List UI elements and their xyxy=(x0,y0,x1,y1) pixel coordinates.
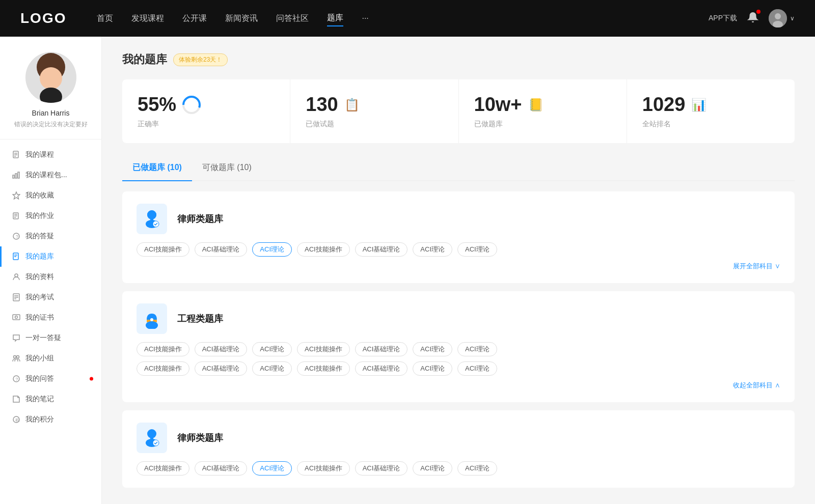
tag-1-r2-4[interactable]: ACI基础理论 xyxy=(355,361,408,376)
user-avatar-wrapper[interactable]: ∨ xyxy=(769,9,795,27)
tag-1-6[interactable]: ACI理论 xyxy=(457,342,497,356)
qbank-title-0: 律师类题库 xyxy=(177,213,223,225)
sidebar-item-my-course[interactable]: 我的课程 xyxy=(0,145,101,165)
tag-1-r2-2[interactable]: ACI理论 xyxy=(252,361,292,376)
nav-menu: 首页 发现课程 公开课 新闻资讯 问答社区 题库 ··· xyxy=(97,11,709,26)
question-icon: ? xyxy=(12,232,20,240)
stat-rank: 1029 📊 全站排名 xyxy=(627,79,795,143)
stat-label-rank: 全站排名 xyxy=(642,120,779,129)
file-icon xyxy=(12,151,20,159)
nav-courses[interactable]: 发现课程 xyxy=(131,11,164,26)
sidebar-item-my-qbank[interactable]: 我的题库 xyxy=(0,246,101,267)
svg-rect-13 xyxy=(18,172,19,178)
profile-name: Brian Harris xyxy=(32,109,70,117)
qbank-tags-1-row1: ACI技能操作 ACI基础理论 ACI理论 ACI技能操作 ACI基础理论 AC… xyxy=(137,342,780,356)
stat-banks-done: 10w+ 📒 已做题库 xyxy=(459,79,627,143)
logo: LOGO xyxy=(20,10,66,26)
sidebar-label-my-profile: 我的资料 xyxy=(25,272,54,282)
tab-available[interactable]: 可做题库 (10) xyxy=(192,157,262,180)
nav-qa[interactable]: 问答社区 xyxy=(276,11,309,26)
nav-news[interactable]: 新闻资讯 xyxy=(225,11,258,26)
tag-0-0[interactable]: ACI技能操作 xyxy=(137,242,189,257)
nav-home[interactable]: 首页 xyxy=(97,11,113,26)
sidebar-label-my-group: 我的小组 xyxy=(25,354,54,363)
sidebar-item-my-qa[interactable]: ? 我的答疑 xyxy=(0,226,101,246)
book-icon xyxy=(12,253,20,261)
stat-value-banks-done: 10w+ xyxy=(474,94,522,116)
tag-0-4[interactable]: ACI基础理论 xyxy=(355,242,408,257)
app-download-link[interactable]: APP下载 xyxy=(709,14,737,23)
sidebar-item-my-points[interactable]: 积 我的积分 xyxy=(0,409,101,430)
tag-2-3[interactable]: ACI技能操作 xyxy=(297,461,350,475)
sidebar-label-my-qa: 我的答疑 xyxy=(25,232,54,241)
svg-rect-11 xyxy=(13,175,14,178)
chat-icon xyxy=(12,334,20,342)
sidebar-label-my-package: 我的课程包... xyxy=(25,171,67,180)
sidebar-item-one-on-one[interactable]: 一对一答疑 xyxy=(0,328,101,348)
svg-marker-14 xyxy=(13,192,20,199)
stat-label-questions-done: 已做试题 xyxy=(306,120,443,129)
nav-open-course[interactable]: 公开课 xyxy=(182,11,207,26)
chart-icon xyxy=(12,171,20,179)
tag-1-r2-1[interactable]: ACI基础理论 xyxy=(195,361,248,376)
tag-1-r2-3[interactable]: ACI技能操作 xyxy=(297,361,350,376)
expand-link-0[interactable]: 展开全部科目 ∨ xyxy=(733,262,780,271)
tag-2-5[interactable]: ACI理论 xyxy=(413,461,452,475)
tag-0-3[interactable]: ACI技能操作 xyxy=(297,242,350,257)
tag-0-6[interactable]: ACI理论 xyxy=(457,242,497,257)
sidebar-label-my-homework: 我的作业 xyxy=(25,211,54,220)
tag-0-1[interactable]: ACI基础理论 xyxy=(195,242,248,257)
tag-1-2[interactable]: ACI理论 xyxy=(252,342,292,356)
tag-1-5[interactable]: ACI理论 xyxy=(413,342,452,356)
tag-2-1[interactable]: ACI基础理论 xyxy=(195,461,248,475)
sidebar-item-my-profile[interactable]: 我的资料 xyxy=(0,267,101,287)
tag-1-r2-6[interactable]: ACI理论 xyxy=(457,361,497,376)
qbank-tags-2: ACI技能操作 ACI基础理论 ACI理论 ACI技能操作 ACI基础理论 AC… xyxy=(137,461,780,475)
sidebar-item-my-group[interactable]: 我的小组 xyxy=(0,348,101,369)
nav-question-bank[interactable]: 题库 xyxy=(327,11,343,26)
sidebar-item-my-favorite[interactable]: 我的收藏 xyxy=(0,185,101,206)
qbank-icon-lawyer-2 xyxy=(137,423,167,453)
notification-bell[interactable] xyxy=(747,12,758,25)
sidebar-item-my-cert[interactable]: 我的证书 xyxy=(0,307,101,328)
sidebar-menu: 我的课程 我的课程包... 我的收藏 我的作业 xyxy=(0,145,101,430)
svg-rect-12 xyxy=(15,174,17,178)
qbank-header-1: 工程类题库 xyxy=(137,303,780,334)
paper-icon xyxy=(12,293,20,301)
stat-questions-done: 130 📋 已做试题 xyxy=(290,79,458,143)
nav-more[interactable]: ··· xyxy=(362,12,368,25)
chevron-down-icon: ∨ xyxy=(790,15,795,22)
tag-1-3[interactable]: ACI技能操作 xyxy=(297,342,350,356)
sidebar-label-my-cert: 我的证书 xyxy=(25,313,54,322)
profile-section: Brian Harris 错误的决定比没有决定要好 xyxy=(0,52,101,139)
dot-badge xyxy=(90,377,93,381)
coin-icon: 积 xyxy=(12,415,20,424)
qbank-header-2: 律师类题库 xyxy=(137,423,780,453)
tag-2-0[interactable]: ACI技能操作 xyxy=(137,461,189,475)
sidebar-item-my-notes[interactable]: 我的笔记 xyxy=(0,389,101,409)
tab-done[interactable]: 已做题库 (10) xyxy=(122,157,192,180)
sidebar-item-my-questions[interactable]: ? 我的问答 xyxy=(0,369,101,389)
tag-2-4[interactable]: ACI基础理论 xyxy=(355,461,408,475)
sidebar-item-my-exam[interactable]: 我的考试 xyxy=(0,287,101,307)
tag-1-4[interactable]: ACI基础理论 xyxy=(355,342,408,356)
qbank-header-0: 律师类题库 xyxy=(137,204,780,234)
sidebar-item-my-package[interactable]: 我的课程包... xyxy=(0,165,101,185)
tag-2-2[interactable]: ACI理论 xyxy=(252,461,292,475)
svg-point-45 xyxy=(146,321,158,329)
qbank-tags-0: ACI技能操作 ACI基础理论 ACI理论 ACI技能操作 ACI基础理论 AC… xyxy=(137,242,780,257)
stat-accuracy: 55% 正确率 xyxy=(122,79,290,143)
qbank-title-2: 律师类题库 xyxy=(177,432,223,444)
tag-1-0[interactable]: ACI技能操作 xyxy=(137,342,189,356)
tag-0-5[interactable]: ACI理论 xyxy=(413,242,452,257)
tag-1-r2-0[interactable]: ACI技能操作 xyxy=(137,361,189,376)
svg-text:?: ? xyxy=(16,377,18,382)
tag-1-r2-5[interactable]: ACI理论 xyxy=(413,361,452,376)
expand-link-1[interactable]: 收起全部科目 ∧ xyxy=(733,381,780,390)
tag-0-2[interactable]: ACI理论 xyxy=(252,242,292,257)
tag-1-1[interactable]: ACI基础理论 xyxy=(195,342,248,356)
qbank-card-0: 律师类题库 ACI技能操作 ACI基础理论 ACI理论 ACI技能操作 ACI基… xyxy=(122,191,795,283)
qbank-icon-lawyer-0 xyxy=(137,204,167,234)
tag-2-6[interactable]: ACI理论 xyxy=(457,461,497,475)
sidebar-item-my-homework[interactable]: 我的作业 xyxy=(0,206,101,226)
